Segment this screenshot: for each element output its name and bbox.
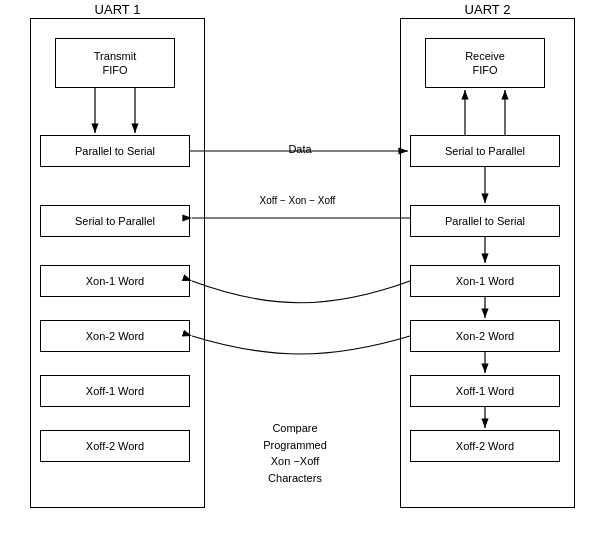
xon2-word-2: Xon-2 Word bbox=[410, 320, 560, 352]
parallel-to-serial-2: Parallel to Serial bbox=[410, 205, 560, 237]
diagram-container: UART 1 UART 2 TransmitFIFO Parallel to S… bbox=[0, 0, 607, 539]
xoff1-word-1: Xoff-1 Word bbox=[40, 375, 190, 407]
uart2-label: UART 2 bbox=[400, 2, 575, 17]
parallel-to-serial-1: Parallel to Serial bbox=[40, 135, 190, 167]
xoff2-word-1: Xoff-2 Word bbox=[40, 430, 190, 462]
xoff1-word-2: Xoff-1 Word bbox=[410, 375, 560, 407]
uart1-label: UART 1 bbox=[30, 2, 205, 17]
xon1-word-1: Xon-1 Word bbox=[40, 265, 190, 297]
xon2-word-1: Xon-2 Word bbox=[40, 320, 190, 352]
transmit-fifo: TransmitFIFO bbox=[55, 38, 175, 88]
receive-fifo: ReceiveFIFO bbox=[425, 38, 545, 88]
xoff2-word-2: Xoff-2 Word bbox=[410, 430, 560, 462]
xon1-word-2: Xon-1 Word bbox=[410, 265, 560, 297]
serial-to-parallel-1: Serial to Parallel bbox=[40, 205, 190, 237]
serial-to-parallel-2: Serial to Parallel bbox=[410, 135, 560, 167]
xoff-xon-label: Xoff − Xon − Xoff bbox=[220, 195, 375, 206]
compare-label: CompareProgrammedXon −XoffCharacters bbox=[215, 420, 375, 486]
data-label: Data bbox=[265, 143, 335, 155]
